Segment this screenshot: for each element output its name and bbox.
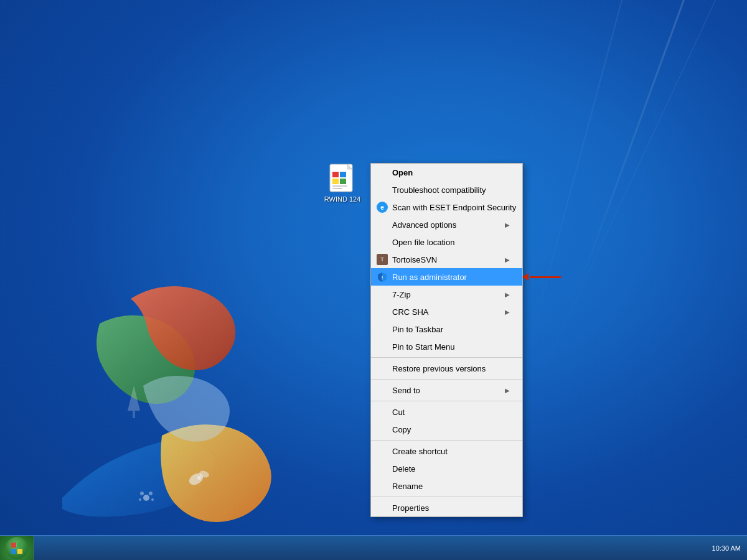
svg-point-7 bbox=[139, 498, 141, 501]
context-menu: OpenTroubleshoot compatibilityeScan with… bbox=[370, 163, 523, 517]
svg-rect-17 bbox=[11, 543, 16, 548]
menu-item-label-open: Open bbox=[392, 168, 510, 177]
submenu-arrow-crc_sha: ▶ bbox=[505, 309, 510, 315]
submenu-arrow-7zip: ▶ bbox=[505, 291, 510, 298]
svg-point-6 bbox=[151, 498, 154, 501]
menu-item-icon-tortoise: T bbox=[376, 253, 388, 266]
menu-item-icon-pin_taskbar bbox=[376, 323, 388, 335]
menu-item-pin_start[interactable]: Pin to Start Menu bbox=[371, 338, 522, 355]
taskbar-right: 10:30 AM bbox=[712, 544, 747, 552]
menu-item-label-delete: Delete bbox=[392, 464, 510, 474]
menu-item-icon-rename bbox=[376, 480, 388, 492]
menu-item-rename[interactable]: Rename bbox=[371, 477, 522, 495]
submenu-arrow-advanced_options: ▶ bbox=[505, 222, 510, 228]
menu-item-icon-delete bbox=[376, 462, 388, 475]
menu-item-open[interactable]: Open bbox=[371, 164, 522, 181]
menu-item-label-crc_sha: CRC SHA bbox=[392, 307, 505, 317]
menu-item-icon-troubleshoot bbox=[376, 184, 388, 196]
menu-item-cut[interactable]: Cut bbox=[371, 403, 522, 421]
menu-item-icon-open_location bbox=[376, 236, 388, 248]
svg-rect-15 bbox=[332, 188, 342, 189]
menu-item-label-pin_taskbar: Pin to Taskbar bbox=[392, 325, 510, 334]
rwind-file-icon bbox=[327, 163, 357, 193]
icon-label: RWIND 124 bbox=[324, 195, 360, 203]
menu-item-label-properties: Properties bbox=[392, 503, 510, 513]
menu-item-icon-properties bbox=[376, 502, 388, 514]
start-button[interactable] bbox=[0, 536, 34, 561]
menu-item-label-troubleshoot: Troubleshoot compatibility bbox=[392, 185, 510, 195]
decoration-streak1 bbox=[576, 0, 685, 292]
menu-item-icon-eset_scan: e bbox=[376, 201, 388, 213]
menu-item-icon-open bbox=[376, 166, 388, 179]
menu-separator-after-restore_versions bbox=[371, 379, 522, 380]
menu-item-label-copy: Copy bbox=[392, 425, 510, 434]
svg-rect-12 bbox=[332, 179, 339, 184]
decoration-streak2 bbox=[525, 0, 622, 361]
menu-item-tortoise[interactable]: TTortoiseSVN▶ bbox=[371, 251, 522, 268]
menu-separator-after-rename bbox=[371, 497, 522, 497]
highlight-arrow bbox=[522, 273, 561, 281]
menu-separator-after-copy bbox=[371, 440, 522, 441]
windows-logo bbox=[37, 261, 299, 523]
desktop-icon-rwind[interactable]: RWIND 124 bbox=[321, 163, 364, 203]
menu-item-restore_versions[interactable]: Restore previous versions bbox=[371, 360, 522, 377]
menu-item-icon-7zip bbox=[376, 288, 388, 301]
decoration-streak3 bbox=[531, 0, 716, 394]
menu-item-delete[interactable]: Delete bbox=[371, 460, 522, 477]
menu-item-pin_taskbar[interactable]: Pin to Taskbar bbox=[371, 320, 522, 338]
svg-rect-18 bbox=[17, 543, 22, 548]
menu-item-crc_sha[interactable]: CRC SHA▶ bbox=[371, 303, 522, 320]
svg-point-3 bbox=[143, 495, 149, 501]
menu-separator-after-pin_start bbox=[371, 357, 522, 358]
svg-rect-10 bbox=[332, 172, 339, 177]
menu-item-label-eset_scan: Scan with ESET Endpoint Security bbox=[392, 203, 516, 212]
menu-item-icon-create_shortcut bbox=[376, 445, 388, 457]
taskbar: 10:30 AM bbox=[0, 535, 747, 560]
menu-item-icon-crc_sha bbox=[376, 306, 388, 318]
svg-rect-8 bbox=[133, 411, 135, 418]
menu-item-icon-cut bbox=[376, 406, 388, 418]
svg-point-4 bbox=[149, 492, 153, 495]
menu-item-advanced_options[interactable]: Advanced options▶ bbox=[371, 216, 522, 233]
menu-item-run_admin[interactable]: ! Run as administrator bbox=[371, 268, 522, 286]
menu-item-icon-run_admin: ! bbox=[376, 271, 388, 283]
menu-item-label-send_to: Send to bbox=[392, 386, 505, 395]
menu-item-label-create_shortcut: Create shortcut bbox=[392, 447, 510, 456]
start-orb bbox=[6, 537, 28, 559]
menu-item-open_location[interactable]: Open file location bbox=[371, 233, 522, 251]
svg-point-2 bbox=[197, 476, 201, 480]
menu-item-label-tortoise: TortoiseSVN bbox=[392, 255, 505, 264]
menu-item-7zip[interactable]: 7-Zip▶ bbox=[371, 286, 522, 303]
menu-item-copy[interactable]: Copy bbox=[371, 421, 522, 438]
menu-item-label-run_admin: Run as administrator bbox=[392, 273, 510, 282]
svg-rect-19 bbox=[11, 549, 16, 554]
menu-item-label-cut: Cut bbox=[392, 408, 510, 417]
svg-point-5 bbox=[140, 492, 144, 495]
svg-rect-13 bbox=[340, 179, 346, 184]
menu-item-icon-pin_start bbox=[376, 340, 388, 353]
menu-item-label-restore_versions: Restore previous versions bbox=[392, 364, 510, 373]
menu-item-label-7zip: 7-Zip bbox=[392, 290, 505, 299]
menu-item-send_to[interactable]: Send to▶ bbox=[371, 381, 522, 399]
submenu-arrow-tortoise: ▶ bbox=[505, 256, 510, 263]
submenu-arrow-send_to: ▶ bbox=[505, 387, 510, 394]
menu-separator-after-send_to bbox=[371, 401, 522, 401]
svg-text:!: ! bbox=[382, 275, 383, 281]
taskbar-time: 10:30 AM bbox=[712, 544, 741, 552]
menu-item-icon-restore_versions bbox=[376, 362, 388, 375]
desktop: RWIND 124 OpenTroubleshoot compatibility… bbox=[0, 0, 747, 560]
svg-rect-11 bbox=[340, 172, 346, 177]
menu-item-icon-send_to bbox=[376, 384, 388, 396]
menu-item-troubleshoot[interactable]: Troubleshoot compatibility bbox=[371, 181, 522, 198]
svg-rect-20 bbox=[17, 549, 22, 554]
menu-item-icon-copy bbox=[376, 423, 388, 436]
menu-item-eset_scan[interactable]: eScan with ESET Endpoint Security bbox=[371, 198, 522, 216]
svg-rect-14 bbox=[332, 185, 347, 187]
menu-item-label-open_location: Open file location bbox=[392, 238, 510, 247]
menu-item-properties[interactable]: Properties bbox=[371, 499, 522, 516]
menu-item-create_shortcut[interactable]: Create shortcut bbox=[371, 442, 522, 460]
menu-item-icon-advanced_options bbox=[376, 218, 388, 231]
menu-item-label-rename: Rename bbox=[392, 482, 510, 491]
menu-item-label-pin_start: Pin to Start Menu bbox=[392, 342, 510, 352]
menu-item-label-advanced_options: Advanced options bbox=[392, 220, 505, 230]
